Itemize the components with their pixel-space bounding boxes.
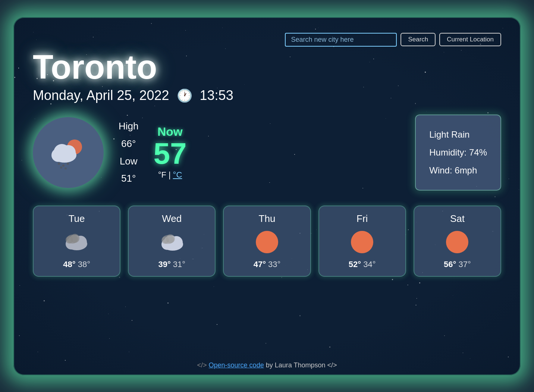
sun-icon (351, 231, 373, 253)
svg-point-23 (166, 234, 175, 243)
forecast-high: 56° (444, 260, 456, 269)
forecast-day: Fri (323, 213, 402, 225)
forecast-low: 34° (363, 260, 376, 269)
forecast-temps: 39° 31° (132, 260, 211, 269)
forecast-low: 31° (173, 260, 185, 269)
weather-details-box: Light Rain Humidity: 74% Wind: 6mph (415, 115, 501, 191)
forecast-row: Tue 48° 38° Wed (33, 206, 501, 277)
forecast-day: Sat (418, 213, 497, 225)
forecast-temps: 52° 34° (323, 260, 402, 269)
forecast-day: Thu (227, 213, 306, 225)
forecast-card: Wed 39° 31° (128, 206, 216, 277)
time-display: 13:53 (200, 88, 233, 103)
low-temp: 51° (119, 170, 138, 187)
datetime-row: Monday, April 25, 2022 🕐 13:53 (33, 88, 501, 103)
high-low-block: High 66° Low 51° (119, 117, 138, 187)
sun-icon (256, 231, 278, 253)
forecast-low: 38° (78, 260, 90, 269)
humidity-label: Humidity: 74% (429, 144, 487, 161)
forecast-temps: 56° 37° (418, 260, 497, 269)
forecast-icon-wrapper (323, 229, 402, 255)
svg-point-4 (54, 144, 70, 160)
high-temp: 66° (119, 135, 138, 153)
unit-row: °F | °C (153, 170, 186, 180)
source-code-link[interactable]: Open-source code (209, 361, 264, 369)
forecast-card: Fri 52° 34° (318, 206, 406, 277)
condition-label: Light Rain (429, 126, 487, 144)
low-label: Low (119, 153, 138, 170)
svg-point-7 (67, 163, 69, 165)
footer: </> Open-source code by Laura Thompson <… (14, 361, 520, 369)
now-temp: 57 (153, 139, 186, 169)
svg-point-16 (70, 234, 79, 243)
current-weather-icon (48, 136, 89, 169)
forecast-high: 48° (63, 260, 75, 269)
clock-icon: 🕐 (177, 88, 192, 103)
forecast-day: Tue (37, 213, 116, 225)
unit-celsius[interactable]: °C (173, 170, 182, 180)
city-name: Toronto (33, 50, 501, 84)
current-weather-section: High 66° Low 51° Now 57 °F | °C Light Ra… (33, 115, 501, 191)
footer-prefix: </> (197, 361, 209, 369)
forecast-card: Thu 47° 33° (223, 206, 311, 277)
partly-cloudy-icon (157, 231, 187, 253)
location-button[interactable]: Current Location (439, 33, 501, 46)
high-label: High (119, 117, 138, 135)
search-bar: Search Current Location (33, 33, 501, 47)
forecast-card: Tue 48° 38° (33, 206, 120, 277)
forecast-low: 33° (268, 260, 280, 269)
svg-point-6 (62, 164, 65, 167)
forecast-day: Wed (132, 213, 211, 225)
wind-label: Wind: 6mph (429, 161, 487, 179)
forecast-icon-wrapper (227, 229, 306, 255)
forecast-temps: 48° 38° (37, 260, 116, 269)
forecast-icon-wrapper (37, 229, 116, 255)
cloudy-icon (62, 231, 92, 253)
now-block: Now 57 °F | °C (153, 125, 186, 180)
sun-icon (446, 231, 468, 253)
forecast-high: 39° (158, 260, 170, 269)
forecast-low: 37° (458, 260, 471, 269)
search-button[interactable]: Search (400, 33, 436, 46)
main-container: Search Current Location Toronto Monday, … (13, 17, 521, 375)
forecast-high: 52° (349, 260, 361, 269)
forecast-icon-wrapper (132, 229, 211, 255)
unit-fahrenheit[interactable]: °F (158, 170, 166, 180)
svg-point-9 (65, 167, 67, 169)
forecast-high: 47° (254, 260, 266, 269)
forecast-icon-wrapper (418, 229, 497, 255)
forecast-temps: 47° 33° (227, 260, 306, 269)
forecast-card: Sat 56° 37° (414, 206, 501, 277)
search-input[interactable] (285, 33, 397, 47)
footer-suffix: by Laura Thompson </> (264, 361, 337, 369)
svg-point-5 (58, 163, 60, 165)
unit-separator: | (169, 170, 171, 180)
svg-point-8 (60, 166, 62, 169)
weather-icon-circle (33, 117, 104, 188)
date-display: Monday, April 25, 2022 (33, 88, 169, 103)
